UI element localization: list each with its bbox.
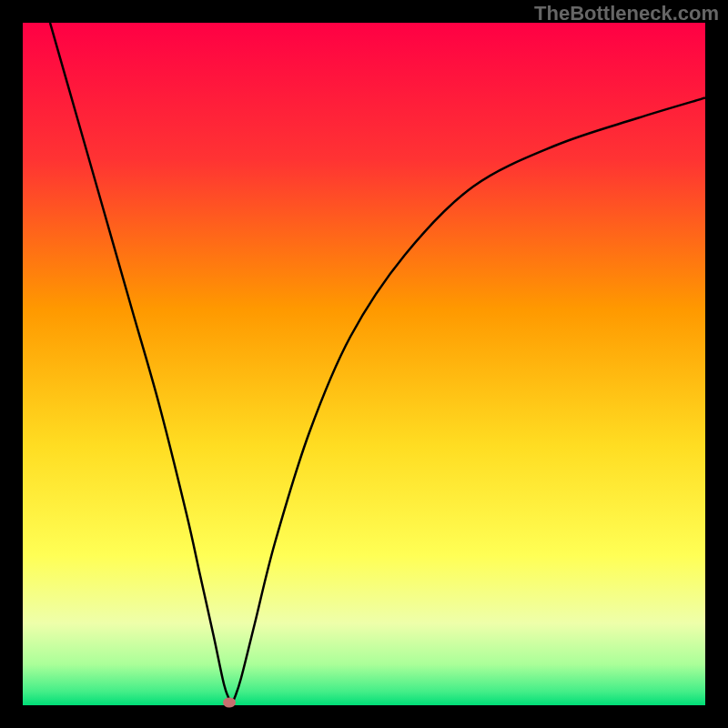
watermark-text: TheBottleneck.com [534, 2, 719, 25]
bottleneck-curve [23, 23, 705, 705]
optimal-point-marker [223, 698, 236, 708]
plot-area [23, 23, 705, 705]
